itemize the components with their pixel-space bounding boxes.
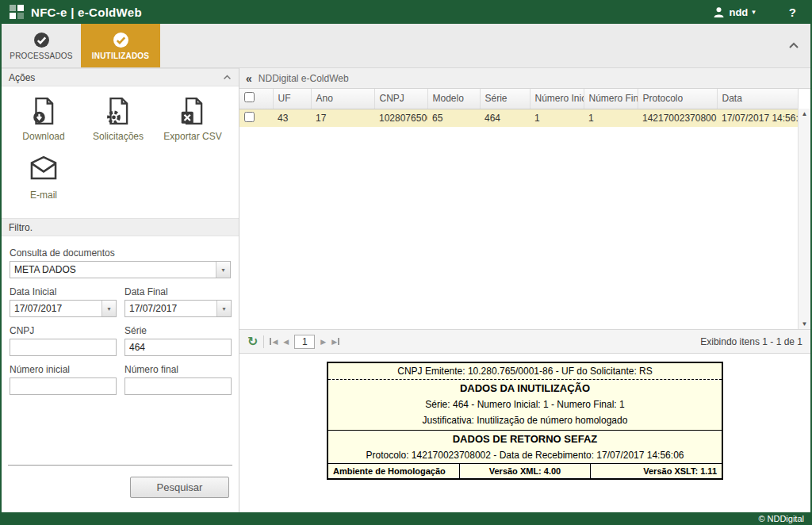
pagination-status: Exibindo itens 1 - 1 de 1 <box>700 336 802 347</box>
tab-processados[interactable]: PROCESSADOS <box>2 24 81 67</box>
vertical-scrollbar[interactable]: ▲ ▼ <box>798 109 810 329</box>
serie-label: Série <box>124 325 232 336</box>
col-cnpj[interactable]: CNPJ <box>374 89 427 109</box>
email-button[interactable]: E-mail <box>6 155 81 201</box>
help-button[interactable]: ? <box>789 6 796 19</box>
data-final-label: Data Final <box>124 286 232 297</box>
last-page-button[interactable]: ▶ <box>331 338 339 346</box>
action-label: Solicitações <box>93 131 144 142</box>
panel-header: « NDDigital e-ColdWeb <box>239 68 810 89</box>
cell-ano[interactable]: 17 <box>311 109 374 127</box>
numero-final-label: Número final <box>124 364 232 375</box>
col-numero-inicial[interactable]: Número Inicial <box>530 89 584 109</box>
sidebar: Ações Download <box>2 68 239 512</box>
app-title: NFC-e | e-ColdWeb <box>31 6 142 19</box>
inutilizacao-document: CNPJ Emitente: 10.280.765/0001-86 - UF d… <box>327 362 723 480</box>
section1-line1: Série: 464 - Numero Inicial: 1 - Numero … <box>328 397 722 412</box>
filter-header: Filtro. <box>2 218 239 236</box>
chevron-down-icon[interactable]: ▾ <box>102 301 116 316</box>
data-inicial-value: 17/07/2017 <box>10 303 102 314</box>
exportar-csv-button[interactable]: Exportar CSV <box>155 96 230 142</box>
numero-inicial-field[interactable] <box>10 377 117 395</box>
detail-section-inutilizacao: DADOS DA INUTILIZAÇÃO Série: 464 - Numer… <box>328 380 722 431</box>
nddigital-logo-icon <box>10 5 24 19</box>
consulta-value: META DADOS <box>10 264 216 275</box>
toolbar: PROCESSADOS INUTILIZADOS <box>2 24 810 68</box>
chevron-down-icon[interactable]: ▾ <box>216 301 231 316</box>
download-button[interactable]: Download <box>6 96 81 142</box>
col-modelo[interactable]: Modelo <box>427 89 480 109</box>
col-numero-final[interactable]: Número Final <box>584 89 638 109</box>
cell-numero-inicial[interactable]: 1 <box>530 109 584 127</box>
col-protocolo[interactable]: Protocolo <box>638 89 717 109</box>
col-data[interactable]: Data <box>717 89 798 109</box>
first-page-icon: ◀ <box>272 338 278 346</box>
ambiente-label: Ambiente de Homologação <box>328 464 459 478</box>
user-icon <box>713 6 725 18</box>
pesquisar-button[interactable]: Pesquisar <box>130 477 229 498</box>
detail-header: CNPJ Emitente: 10.280.765/0001-86 - UF d… <box>328 363 722 380</box>
collapse-toolbar-icon[interactable] <box>788 41 799 50</box>
scroll-up-icon[interactable]: ▲ <box>802 110 808 117</box>
email-icon <box>29 155 59 185</box>
select-all-checkbox[interactable] <box>244 92 255 102</box>
requests-document-icon <box>103 96 133 126</box>
data-final-field[interactable]: 17/07/2017 ▾ <box>124 300 232 317</box>
select-all-header[interactable] <box>239 89 273 109</box>
footer-bar: © NDDigital <box>2 512 810 525</box>
user-menu[interactable]: ndd ▾ <box>713 6 755 18</box>
col-serie[interactable]: Série <box>480 89 530 109</box>
scroll-down-icon[interactable]: ▼ <box>802 320 808 328</box>
download-document-icon <box>29 96 59 126</box>
tab-inutilizados[interactable]: INUTILIZADOS <box>81 24 160 67</box>
versao-xslt-label: Versão XSLT: 1.11 <box>590 464 722 478</box>
section1-title: DADOS DA INUTILIZAÇÃO <box>328 380 722 397</box>
actions-header: Ações <box>2 68 239 86</box>
prev-page-button[interactable]: ◀ <box>283 338 289 346</box>
refresh-icon[interactable]: ↻ <box>247 335 258 348</box>
table-header-row: UF Ano CNPJ Modelo Série Número Inicial … <box>239 89 798 109</box>
cell-uf[interactable]: 43 <box>273 109 311 127</box>
content-area: Ações Download <box>2 68 810 512</box>
data-final-value: 17/07/2017 <box>125 303 216 314</box>
consulta-select[interactable]: META DADOS ▾ <box>10 261 231 278</box>
next-page-button[interactable]: ▶ <box>320 338 326 346</box>
data-inicial-field[interactable]: 17/07/2017 ▾ <box>10 300 117 317</box>
collapse-actions-icon[interactable] <box>223 72 232 83</box>
first-page-button[interactable]: ◀ <box>270 338 278 346</box>
page-number-input[interactable] <box>294 335 315 349</box>
action-label: Exportar CSV <box>163 131 221 142</box>
cell-protocolo[interactable]: 142170023708002 <box>638 109 717 127</box>
collapse-sidebar-icon[interactable]: « <box>246 72 252 85</box>
filter-title: Filtro. <box>9 222 33 233</box>
cell-cnpj[interactable]: 10280765000186 <box>374 109 427 127</box>
user-name: ndd <box>729 6 748 18</box>
cell-data[interactable]: 17/07/2017 14:56:06 <box>717 109 798 127</box>
cnpj-label: CNPJ <box>10 325 117 336</box>
divider <box>263 335 264 348</box>
solicitacoes-button[interactable]: Solicitações <box>81 96 155 142</box>
section2-title: DADOS DE RETORNO SEFAZ <box>328 431 722 447</box>
detail-panel: CNPJ Emitente: 10.280.765/0001-86 - UF d… <box>239 354 810 512</box>
detail-footer: Ambiente de Homologação Versão XML: 4.00… <box>328 463 722 478</box>
serie-field[interactable] <box>124 339 232 356</box>
actions-panel: Download Solicitações <box>2 86 239 218</box>
results-grid: UF Ano CNPJ Modelo Série Número Inicial … <box>239 89 810 329</box>
divider <box>8 465 232 466</box>
table-row[interactable]: 43 17 10280765000186 65 464 1 1 14217002… <box>239 109 798 127</box>
top-bar: NFC-e | e-ColdWeb ndd ▾ ? <box>2 0 810 24</box>
tab-label: PROCESSADOS <box>10 52 72 60</box>
last-page-icon: ▶ <box>331 338 337 346</box>
cell-modelo[interactable]: 65 <box>427 109 480 127</box>
col-ano[interactable]: Ano <box>311 89 374 109</box>
col-uf[interactable]: UF <box>273 89 311 109</box>
cell-serie[interactable]: 464 <box>480 109 530 127</box>
cnpj-field[interactable] <box>10 339 117 356</box>
chevron-down-icon[interactable]: ▾ <box>216 262 230 278</box>
row-checkbox[interactable] <box>244 112 255 122</box>
detail-section-retorno: DADOS DE RETORNO SEFAZ Protocolo: 142170… <box>328 431 722 463</box>
user-dropdown-icon: ▾ <box>752 8 756 16</box>
data-inicial-label: Data Inicial <box>10 286 117 297</box>
cell-numero-final[interactable]: 1 <box>584 109 638 127</box>
numero-final-field[interactable] <box>124 377 232 395</box>
